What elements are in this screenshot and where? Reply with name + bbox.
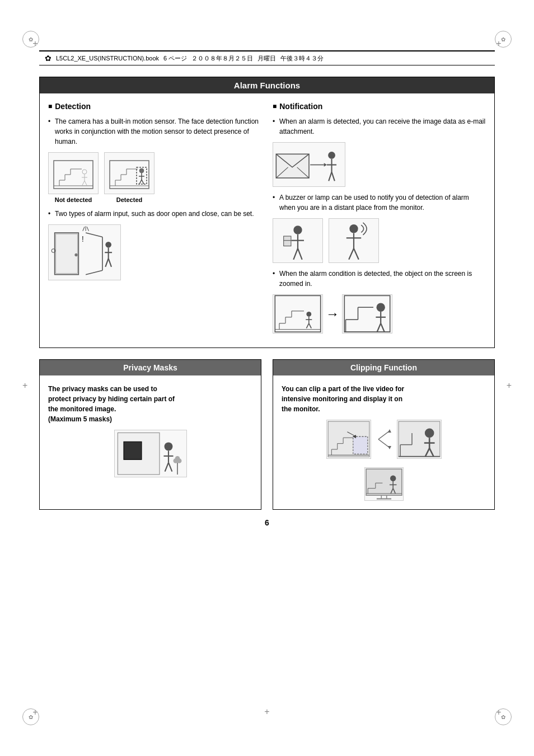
clip-arrows: [376, 425, 392, 453]
svg-point-22: [139, 168, 144, 173]
buzzer-device-image: [273, 218, 323, 263]
svg-rect-115: [399, 421, 440, 457]
detection-section: Detection The camera has a built-in moti…: [48, 102, 261, 339]
header-filename: L5CL2_XE_US(INSTRUCTION).book: [56, 55, 159, 62]
privacy-illustration: [114, 430, 187, 477]
svg-line-37: [105, 259, 108, 267]
cross-mark-bl: +: [30, 707, 41, 718]
notification-heading: Notification: [273, 102, 486, 111]
svg-point-29: [74, 253, 77, 256]
detected-item: Detected: [104, 152, 154, 203]
zoom-illustration-row: →: [273, 294, 486, 334]
svg-point-91: [164, 442, 172, 450]
svg-line-11: [82, 181, 85, 185]
not-detected-item: Not detected: [48, 152, 99, 203]
alarm-functions-box: Alarm Functions Detection The camera has…: [39, 77, 495, 348]
privacy-description: The privacy masks can be used to protect…: [48, 384, 252, 424]
svg-point-46: [328, 152, 335, 159]
svg-point-99: [175, 456, 180, 461]
privacy-masks-title: Privacy Masks: [40, 360, 261, 375]
cross-mark-tl: +: [30, 38, 41, 49]
svg-line-88: [381, 323, 385, 332]
cross-mark-br: +: [493, 707, 504, 718]
buzzer-illustration-row: [273, 218, 486, 263]
notification-section: Notification When an alarm is detected, …: [273, 102, 486, 339]
svg-line-64: [354, 248, 359, 260]
alarm-body: Detection The camera has a built-in moti…: [40, 93, 494, 348]
header-date: ２００８年８月２５日: [191, 54, 253, 63]
side-mark-left: +: [22, 381, 27, 391]
header-time: 午後３時４３分: [280, 54, 324, 63]
svg-rect-78: [344, 296, 390, 332]
side-mark-right: +: [507, 381, 512, 391]
bottom-sections-row: Privacy Masks The privacy masks can be u…: [39, 359, 495, 510]
cross-mark-tr: +: [493, 38, 504, 49]
clipping-description: You can clip a part of the live video fo…: [282, 384, 486, 414]
svg-line-63: [349, 248, 354, 260]
clip-result-image: [397, 420, 442, 459]
clip-monitor-image: [364, 467, 404, 501]
notification-bullet2: A buzzer or lamp can be used to notify y…: [273, 192, 486, 213]
clipping-top-row: [326, 420, 442, 459]
alarm-person-image: [329, 218, 379, 263]
svg-line-57: [298, 248, 302, 260]
page-number: 6: [39, 518, 495, 527]
notification-bullet3: When the alarm condition is detected, th…: [273, 269, 486, 289]
svg-line-95: [168, 463, 171, 472]
svg-point-34: [105, 242, 111, 248]
zoom-arrow: →: [326, 306, 339, 322]
svg-point-84: [377, 303, 385, 312]
not-detected-image: [48, 152, 99, 194]
clipping-function-box: Clipping Function You can clip a part of…: [273, 359, 495, 510]
notification-bullet1: When an alarm is detected, you can recei…: [273, 116, 486, 137]
svg-point-60: [349, 224, 358, 233]
detected-caption: Detected: [116, 196, 142, 203]
svg-line-42: [87, 227, 88, 231]
svg-line-25: [139, 180, 142, 184]
detection-bullet1: The camera has a built-in motion sensor.…: [48, 116, 261, 147]
svg-line-94: [165, 463, 168, 472]
header-bar: ✿ L5CL2_XE_US(INSTRUCTION).book 6 ページ ２０…: [39, 50, 495, 65]
svg-line-113: [378, 439, 390, 448]
svg-line-56: [293, 248, 298, 260]
svg-rect-65: [275, 296, 320, 332]
compass-icon: ✿: [45, 54, 51, 63]
not-detected-caption: Not detected: [55, 196, 92, 203]
detection-bullet2: Two types of alarm input, such as door o…: [48, 209, 261, 219]
alarm-functions-title: Alarm Functions: [40, 77, 494, 93]
svg-point-8: [82, 170, 87, 174]
svg-rect-108: [353, 436, 367, 454]
clip-bottom-row: [364, 464, 404, 501]
bottom-cross-mark: +: [264, 707, 269, 717]
svg-rect-90: [124, 442, 142, 459]
svg-line-32: [86, 271, 102, 275]
privacy-masks-box: Privacy Masks The privacy masks can be u…: [39, 359, 261, 510]
svg-marker-114: [388, 446, 391, 449]
svg-rect-58: [284, 236, 291, 246]
door-detection-image: !: [48, 224, 121, 280]
svg-line-111: [378, 431, 390, 439]
svg-rect-125: [366, 469, 402, 495]
email-illustration: [273, 142, 345, 187]
clipping-illustration: [282, 420, 486, 501]
svg-line-40: [83, 227, 85, 231]
svg-point-73: [306, 312, 311, 317]
svg-line-31: [86, 233, 102, 237]
detected-image: [104, 152, 154, 194]
svg-line-87: [377, 323, 381, 332]
header-day: 月曜日: [257, 54, 276, 63]
svg-text:!: !: [82, 234, 84, 243]
svg-line-26: [142, 180, 144, 184]
clipping-body: You can clip a part of the live video fo…: [273, 375, 494, 509]
clipping-function-title: Clipping Function: [273, 360, 494, 375]
svg-line-12: [85, 181, 87, 185]
svg-line-77: [309, 323, 311, 328]
svg-marker-52: [324, 163, 327, 166]
header-page-ref: 6 ページ: [163, 54, 187, 63]
zoom-before-image: [273, 294, 323, 334]
svg-marker-112: [388, 429, 391, 433]
svg-line-49: [329, 172, 331, 181]
svg-line-50: [332, 172, 335, 181]
svg-line-76: [306, 323, 308, 328]
zoom-after-image: [342, 294, 392, 334]
